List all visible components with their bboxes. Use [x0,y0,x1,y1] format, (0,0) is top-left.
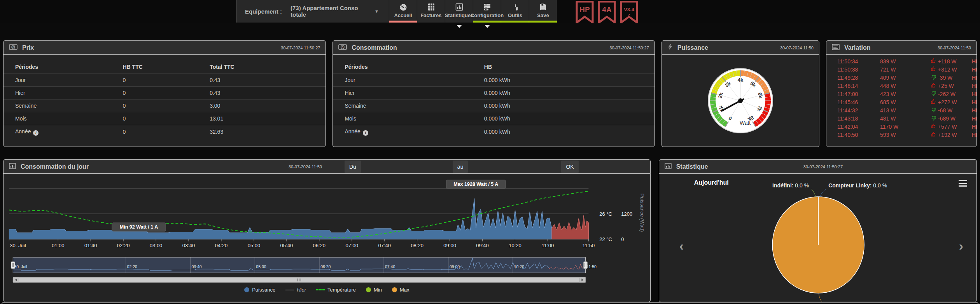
legend-item-puissance[interactable]: Puissance [244,287,275,293]
scrollbar-right-arrow[interactable] [579,278,585,283]
variation-row: 11:48:14448 W+25 WHP [826,82,976,90]
period-cell: Semaine [333,100,484,112]
table-row: Semaine0.000 kWh [333,100,654,112]
svg-text:02:20: 02:20 [127,264,137,269]
hb-cell: 0.000 kWh [484,74,654,87]
banknote-icon: 0 [9,44,18,51]
menu-item-accueil[interactable]: Accueil [389,0,417,23]
variation-delta: -262 W [920,91,972,98]
carousel-next-button[interactable]: › [959,239,963,252]
variation-tarif: HP [972,99,977,105]
du-button[interactable]: Du [345,161,361,173]
chart-scrollbar[interactable] [4,277,650,283]
variation-time: 11:44:32 [837,107,875,114]
list-icon [832,44,840,52]
variation-tarif: HP [972,75,977,81]
dropdown-caret-icon[interactable] [485,25,490,28]
svg-text:03:40: 03:40 [182,243,195,248]
menu-item-label: Accueil [394,12,412,18]
puissance-panel-header: Puissance 30-07-2024 11:50 [662,41,819,55]
menu-item-statistiques[interactable]: Statistiques [445,0,473,23]
svg-text:0: 0 [12,45,14,49]
variation-row: 11:42:041170 W+577 WHP [826,122,976,131]
consommation-panel: 0 Consommation 30-07-2024 11:50:27 Pério… [332,40,654,147]
top-bar: Equipement : (73) Appartement Conso tota… [0,0,980,23]
panel-timestamp: 30-07-2024 11:50 [289,164,322,169]
info-icon[interactable]: i [33,130,38,136]
svg-text:02:20: 02:20 [117,243,130,248]
legend-item-hier[interactable]: Hier [285,287,306,293]
lightning-icon [667,44,673,52]
panel-title: Puissance [677,44,708,51]
table-row: Hier00.43 [4,87,326,100]
legend-marker-icon [244,287,249,292]
ok-button[interactable]: OK [561,161,578,173]
table-row: Jour00.43 [4,74,326,87]
variation-row: 11:45:46685 W+272 WHP [826,98,976,106]
variation-tarif: HP [972,107,977,114]
gauge-icon [399,3,408,11]
thumb-down-icon [931,107,936,114]
period-cell: Hier [4,87,123,100]
period-cell: Jour [333,74,484,87]
legend-item-max[interactable]: Max [392,287,410,293]
equipment-selector[interactable]: Equipement : (73) Appartement Conso tota… [236,0,389,23]
ribbon-badge-hp: HP [576,1,594,23]
menu-item-factures[interactable]: Factures [417,0,445,23]
period-cell: Mois [333,112,484,125]
svg-text:Min 92 Watt / 1 A: Min 92 Watt / 1 A [120,224,158,230]
period-cell: Jour [4,74,123,87]
chart-navigator[interactable]: 30. Juil02:2003:4005:0006:2007:4009:0010… [4,256,650,275]
variation-panel: Variation 30-07-2024 11:50 11:50:34839 W… [826,40,977,147]
statistique-panel-header: Statistique 30-07-2024 11:50:27 [659,160,976,174]
variation-watts: 448 W [875,83,920,89]
variation-watts: 409 W [875,75,920,81]
menu-item-outils[interactable]: Outils [501,0,529,23]
panel-title: Prix [22,44,34,51]
chart-context-menu-icon[interactable] [959,180,967,187]
svg-text:03:40: 03:40 [191,264,201,269]
variation-time: 11:45:46 [837,99,875,105]
variation-rows: 11:50:34839 W+118 WHP11:50:38721 W+312 W… [826,55,976,139]
table-row: Semaine03.00 [4,100,326,112]
period-cell: Hier [333,87,484,100]
menu-item-configuration[interactable]: Configuration [473,0,501,23]
svg-text:05:00: 05:00 [256,264,266,269]
svg-text:Watt: Watt [740,120,751,126]
dropdown-caret-icon[interactable] [457,25,462,28]
hb-cell: 0.000 kWh [484,100,654,112]
au-button[interactable]: au [453,161,468,173]
svg-text:05:40: 05:40 [280,243,293,248]
variation-row: 11:47:00423 W-262 WHP [826,90,976,98]
hb-cell: 0 [123,112,210,125]
thumb-up-icon [931,82,936,89]
menu-item-label: Outils [508,12,522,18]
legend-marker-icon [366,287,371,292]
variation-time: 11:48:14 [837,83,875,89]
thumb-up-icon [931,99,936,106]
variation-row: 11:43:18481 W-689 WHP [826,114,976,122]
legend-label: Min [374,287,382,293]
svg-text:06:20: 06:20 [320,264,331,269]
column-header: Périodes [4,60,123,74]
table-row: Hier0.000 kWh [333,87,654,100]
navigator-handle[interactable] [583,262,587,269]
hb-cell: 0 [123,74,210,87]
svg-text:09:00: 09:00 [443,243,456,248]
bar-chart-icon [665,163,672,171]
svg-text:30. Juil: 30. Juil [14,264,27,269]
period-cell: Semaine [4,100,123,112]
legend-item-temperature[interactable]: Température [316,287,356,293]
carousel-prev-button[interactable]: ‹ [679,239,684,252]
navigator-handle[interactable] [11,262,15,269]
menu-item-save[interactable]: Save [529,0,557,23]
variation-watts: 593 W [875,132,920,138]
variation-tarif: HP [972,66,977,73]
svg-text:07:00: 07:00 [346,243,359,248]
variation-tarif: HP [972,58,977,65]
scrollbar-left-arrow[interactable] [13,278,19,283]
info-icon[interactable]: i [363,130,368,136]
variation-watts: 413 W [875,107,920,114]
legend-item-min[interactable]: Min [366,287,382,293]
panel-timestamp: 30-07-2024 11:50 [938,45,971,50]
